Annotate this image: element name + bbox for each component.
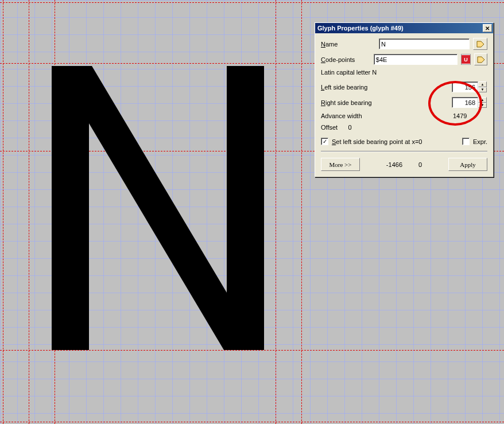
grid-line-h	[0, 379, 504, 379]
tag-icon	[477, 56, 485, 63]
advance-width-label: Advance width	[321, 112, 452, 119]
glyph-properties-dialog: Glyph Properties (glyph #49) ✕ Name Code…	[315, 22, 494, 177]
more-button[interactable]: More >>	[321, 158, 360, 171]
grid-line-h	[0, 17, 504, 18]
set-lsb-label: Set left side bearing point at x=0	[332, 138, 459, 145]
codepoints-field[interactable]	[374, 54, 458, 65]
spin-up-icon[interactable]: ▲	[478, 81, 487, 87]
glyph-description: Latin capital letter N	[321, 69, 487, 76]
name-label: Name	[321, 41, 375, 48]
spin-down-icon[interactable]: ▼	[478, 103, 487, 108]
offset-label: Offset	[321, 124, 338, 131]
rsb-field[interactable]	[452, 97, 478, 108]
close-icon[interactable]: ✕	[483, 24, 492, 32]
rsb-stepper[interactable]: ▲ ▼	[452, 97, 487, 108]
guide-horizontal[interactable]	[0, 422, 504, 422]
offset-value: 0	[348, 124, 352, 131]
spin-up-icon[interactable]: ▲	[478, 97, 487, 103]
name-field[interactable]	[379, 38, 470, 49]
dialog-title: Glyph Properties (glyph #49)	[317, 25, 404, 32]
expr-label: Expr.	[473, 138, 487, 145]
status-value-2: 0	[418, 161, 422, 168]
guide-horizontal[interactable]	[0, 2, 504, 3]
spin-down-icon[interactable]: ▼	[478, 87, 487, 93]
codepoints-label: Code-points	[321, 56, 370, 63]
svg-text:U: U	[464, 57, 468, 63]
apply-button[interactable]: Apply	[448, 158, 487, 171]
lsb-stepper[interactable]: ▲ ▼	[452, 81, 487, 92]
status-value-1: -1466	[386, 161, 402, 168]
name-lookup-button[interactable]	[473, 38, 487, 50]
lsb-label: Left side bearing	[321, 84, 452, 91]
set-lsb-checkbox[interactable]: ✓	[321, 138, 328, 145]
grid-line-h	[0, 396, 504, 396]
lsb-field[interactable]	[452, 81, 478, 92]
grid-line-h	[0, 413, 504, 414]
grid-line-h	[0, 0, 504, 1]
codepoints-lookup-button[interactable]	[474, 53, 487, 65]
grid-line-h	[0, 361, 504, 362]
guide-horizontal[interactable]	[0, 350, 504, 351]
expr-checkbox[interactable]	[462, 138, 470, 145]
rsb-label: Right side bearing	[321, 99, 452, 106]
divider	[321, 151, 487, 152]
advance-width-value: 1479	[452, 112, 487, 119]
unicode-icon: U	[461, 54, 471, 65]
tag-icon	[476, 41, 484, 48]
dialog-titlebar[interactable]: Glyph Properties (glyph #49) ✕	[315, 23, 493, 33]
glyph-outline[interactable]	[49, 66, 267, 350]
